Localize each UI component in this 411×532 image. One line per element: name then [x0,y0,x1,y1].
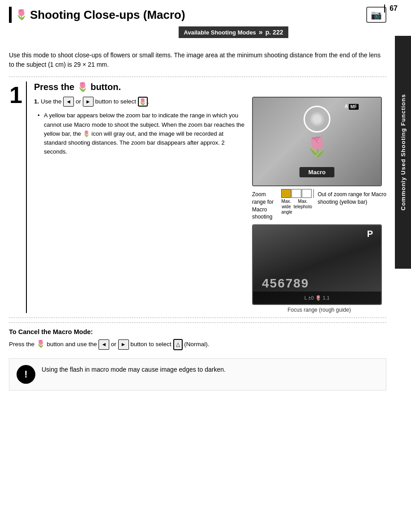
step-two-col: 1. Use the ◄ or ► button to select 🌷. A … [34,97,386,313]
step-content: Press the 🌷 button. 1. Use the ◄ or ► bu… [27,82,386,313]
bar-white-1 [291,189,301,198]
warning-icon: ! [17,365,35,384]
out-of-zoom-label: Out of zoom range for Macro shooting (ye… [317,189,386,221]
cancel-prefix: Press the [9,341,34,348]
zoom-diagram: Zoom range for Macro shooting [252,189,386,221]
cancel-left-arrow: ◄ [98,339,109,350]
warning-box: ! Using the flash in macro mode may caus… [9,358,386,390]
divider-top [9,77,386,77]
sub-instruction-prefix: Use the [41,98,62,105]
cancel-section: To Cancel the Macro Mode: Press the 🌷 bu… [9,322,386,350]
shooting-modes-page-ref: p. 222 [265,29,283,36]
sub-instruction-suffix: button to select [95,98,136,105]
bullet-point: A yellow bar appears below the zoom bar … [38,111,245,156]
page-number: 67 [384,4,398,13]
bar-yellow [281,189,291,198]
sub-instruction-number: 1. [34,98,39,105]
screen-a-badge: A [345,104,348,109]
select-icon: 🌷 [138,97,148,107]
bar-white-2 [302,189,312,198]
screen2-bottom-bar: L ±0 🌷 1.1 [253,292,381,304]
warning-text: Using the flash in macro mode may cause … [42,365,226,375]
left-arrow-btn: ◄ [63,97,74,107]
max-wide-angle-label: Max. wide angle [281,199,291,215]
step-heading: Press the 🌷 button. [34,82,386,92]
step-left: 1. Use the ◄ or ► button to select 🌷. A … [34,97,245,313]
shooting-modes-bar: Available Shooting Modes » p. 222 [179,26,289,38]
cancel-macro-icon: 🌷 [36,340,45,348]
normal-icon: △ [173,339,183,350]
cancel-or: or [111,341,116,348]
step-number: 1 [9,82,27,313]
right-arrow-btn: ► [83,97,94,107]
shooting-modes-label: Available Shooting Modes [184,29,256,36]
screen2-bar-text: L ±0 🌷 1.1 [304,295,330,301]
screen2-numbers: 456789 [262,276,309,291]
cancel-right-arrow: ► [118,339,129,350]
cancel-middle1: button and use the [47,341,97,348]
screen2-p-badge: P [367,229,373,239]
camera-icon-box: 📷 [366,7,386,23]
step-right: 🌷 A MF Macro Zoom range for Macro shooti… [252,97,386,313]
chevron-icon: » [259,28,263,36]
main-content: 🌷 Shooting Close-ups (Macro) 📷 Available… [9,0,386,390]
step-heading-prefix: Press the [34,82,74,92]
screen-macro-label: Macro [300,167,334,177]
screen-circle [304,106,330,133]
focus-range-label: Focus range (rough guide) [252,307,386,313]
screen-flower-icon: 🌷 [305,136,329,158]
sub-instruction-or: or [76,98,81,105]
divider-bottom [9,317,386,318]
cancel-text: Press the 🌷 button and use the ◄ or ► bu… [9,338,386,350]
intro-text: Use this mode to shoot close-ups of flow… [9,51,386,69]
step-1: 1 Press the 🌷 button. 1. Use the ◄ or [9,82,386,313]
title-bar: 🌷 Shooting Close-ups (Macro) 📷 [9,7,386,23]
step-heading-icon: 🌷 [77,82,88,92]
screen-mf-badge: MF [349,104,359,110]
cancel-suffix: (Normal). [184,341,209,348]
zoom-range-label: Zoom range for Macro shooting [252,189,278,221]
page-title: Shooting Close-ups (Macro) [30,8,185,22]
step-heading-suffix: button. [90,82,121,92]
cancel-title: To Cancel the Macro Mode: [9,328,386,335]
max-telephoto-label: Max. telephoto [292,199,313,215]
sub-instruction: 1. Use the ◄ or ► button to select 🌷. [34,97,245,107]
camera-screen-top: 🌷 A MF Macro [252,97,382,186]
period: . [148,98,150,105]
camera-screen-bottom: P 456789 L ±0 🌷 1.1 [252,224,382,305]
macro-flower-icon: 🌷 [15,9,27,21]
sidebar-tab: Commonly Used Shooting Functions [395,36,411,269]
cancel-middle2: button to select [130,341,171,348]
